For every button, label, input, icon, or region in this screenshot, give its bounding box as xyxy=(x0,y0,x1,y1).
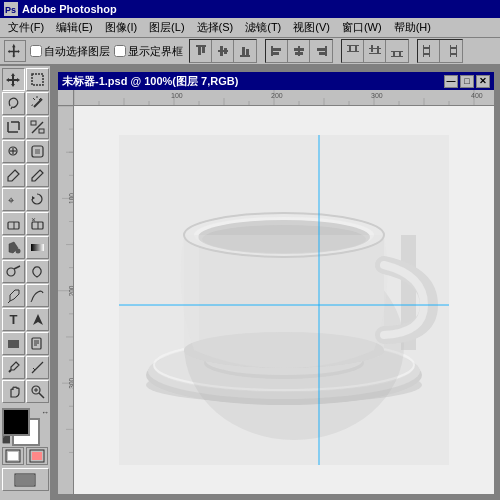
svg-rect-37 xyxy=(450,45,451,57)
distrib-left-btn[interactable] xyxy=(418,40,440,62)
zoom-tool-btn[interactable] xyxy=(26,380,49,403)
magic-wand-btn[interactable] xyxy=(26,92,49,115)
bg-eraser-btn[interactable]: ✕ xyxy=(26,212,49,235)
quick-mask-btn[interactable] xyxy=(26,447,48,465)
type-tool-btn[interactable]: T xyxy=(2,308,25,331)
normal-mode-btn[interactable] xyxy=(2,447,24,465)
menu-window[interactable]: 窗口(W) xyxy=(336,18,388,37)
doc-restore-btn[interactable]: □ xyxy=(460,75,474,88)
svg-rect-21 xyxy=(347,45,359,46)
move-tool-icon[interactable] xyxy=(4,40,26,62)
distrib-vcenter-btn[interactable] xyxy=(364,40,386,62)
cup-artwork xyxy=(119,135,449,465)
auto-select-checkbox[interactable] xyxy=(30,45,42,57)
align-vcenter-btn[interactable] xyxy=(212,40,234,62)
align-hcenter-btn[interactable] xyxy=(288,40,310,62)
menu-filter[interactable]: 滤镜(T) xyxy=(239,18,287,37)
svg-text:✕: ✕ xyxy=(31,217,36,223)
svg-rect-27 xyxy=(371,45,373,52)
menu-layer[interactable]: 图层(L) xyxy=(143,18,190,37)
align-right-btn[interactable] xyxy=(310,40,332,62)
svg-line-72 xyxy=(8,301,10,303)
menu-image[interactable]: 图像(I) xyxy=(99,18,143,37)
svg-line-81 xyxy=(32,371,34,373)
auto-select-layer-label[interactable]: 自动选择图层 xyxy=(30,44,110,59)
app-title: Adobe Photoshop xyxy=(22,3,117,15)
crop-tool-btn[interactable] xyxy=(2,116,25,139)
svg-rect-4 xyxy=(198,47,201,55)
svg-point-68 xyxy=(16,249,21,254)
svg-rect-36 xyxy=(424,53,429,55)
measure-btn[interactable] xyxy=(26,356,49,379)
svg-rect-88 xyxy=(8,452,18,460)
history-brush-btn[interactable] xyxy=(26,188,49,211)
freeform-pen-btn[interactable] xyxy=(26,284,49,307)
svg-marker-43 xyxy=(31,104,33,106)
svg-text:300: 300 xyxy=(371,92,383,99)
foreground-color-swatch[interactable] xyxy=(2,408,30,436)
svg-line-45 xyxy=(33,98,35,100)
svg-rect-13 xyxy=(273,48,281,51)
menu-edit[interactable]: 编辑(E) xyxy=(50,18,99,37)
screen-mode-btn[interactable] xyxy=(2,468,49,491)
svg-rect-17 xyxy=(295,52,303,55)
lasso-tool-btn[interactable] xyxy=(2,92,25,115)
menu-view[interactable]: 视图(V) xyxy=(287,18,336,37)
tool-row-14 xyxy=(2,380,48,403)
distrib-bottom-btn[interactable] xyxy=(386,40,408,62)
gradient-tool-btn[interactable] xyxy=(26,236,49,259)
distrib-top-btn[interactable] xyxy=(342,40,364,62)
fill-tool-btn[interactable] xyxy=(2,236,25,259)
dodge-tool-btn[interactable] xyxy=(2,260,25,283)
pencil-tool-btn[interactable] xyxy=(26,164,49,187)
svg-rect-22 xyxy=(347,51,359,52)
svg-rect-28 xyxy=(377,46,379,54)
eyedropper-btn[interactable] xyxy=(2,356,25,379)
align-left-btn[interactable] xyxy=(266,40,288,62)
heal-tool-btn[interactable] xyxy=(2,140,25,163)
menu-help[interactable]: 帮助(H) xyxy=(388,18,437,37)
svg-line-51 xyxy=(32,122,43,133)
menu-select[interactable]: 选择(S) xyxy=(191,18,240,37)
show-bounds-label[interactable]: 显示定界框 xyxy=(114,44,183,59)
svg-rect-12 xyxy=(271,46,273,56)
menu-file[interactable]: 文件(F) xyxy=(2,18,50,37)
tool-row-10 xyxy=(2,284,48,307)
swap-colors-btn[interactable]: ↔ xyxy=(41,408,49,417)
svg-line-71 xyxy=(14,266,20,269)
doc-minimize-btn[interactable]: — xyxy=(444,75,458,88)
tool-row-7: ✕ xyxy=(2,212,48,235)
move-tool-btn[interactable] xyxy=(2,68,25,91)
ruler-top: 100 200 300 400 xyxy=(74,90,494,106)
tool-row-4 xyxy=(2,140,48,163)
svg-text:⌖: ⌖ xyxy=(8,194,14,206)
svg-line-59 xyxy=(15,170,19,174)
distrib-right-btn[interactable] xyxy=(440,40,462,62)
patch-tool-btn[interactable] xyxy=(26,140,49,163)
doc-close-btn[interactable]: ✕ xyxy=(476,75,490,88)
eraser-tool-btn[interactable] xyxy=(2,212,25,235)
svg-rect-19 xyxy=(317,48,325,51)
show-bounds-checkbox[interactable] xyxy=(114,45,126,57)
align-top-btn[interactable] xyxy=(190,40,212,62)
svg-rect-16 xyxy=(294,48,304,51)
rect-shape-btn[interactable] xyxy=(2,332,25,355)
slice-tool-btn[interactable] xyxy=(26,116,49,139)
align-bottom-btn[interactable] xyxy=(234,40,256,62)
pen-tool-btn[interactable] xyxy=(2,284,25,307)
hand-tool-btn[interactable] xyxy=(2,380,25,403)
clone-tool-btn[interactable]: ⌖ xyxy=(2,188,25,211)
svg-rect-14 xyxy=(273,52,279,55)
svg-point-70 xyxy=(7,268,15,276)
distribute-group2 xyxy=(417,39,463,63)
menu-bar: 文件(F) 编辑(E) 图像(I) 图层(L) 选择(S) 滤镜(T) 视图(V… xyxy=(0,18,500,38)
brush-tool-btn[interactable] xyxy=(2,164,25,187)
marquee-tool-btn[interactable] xyxy=(26,68,49,91)
svg-rect-90 xyxy=(32,452,42,460)
tool-row-8 xyxy=(2,236,48,259)
svg-rect-11 xyxy=(246,49,249,55)
notes-tool-btn[interactable] xyxy=(26,332,49,355)
burn-tool-btn[interactable] xyxy=(26,260,49,283)
svg-rect-38 xyxy=(456,45,457,57)
path-select-btn[interactable] xyxy=(26,308,49,331)
